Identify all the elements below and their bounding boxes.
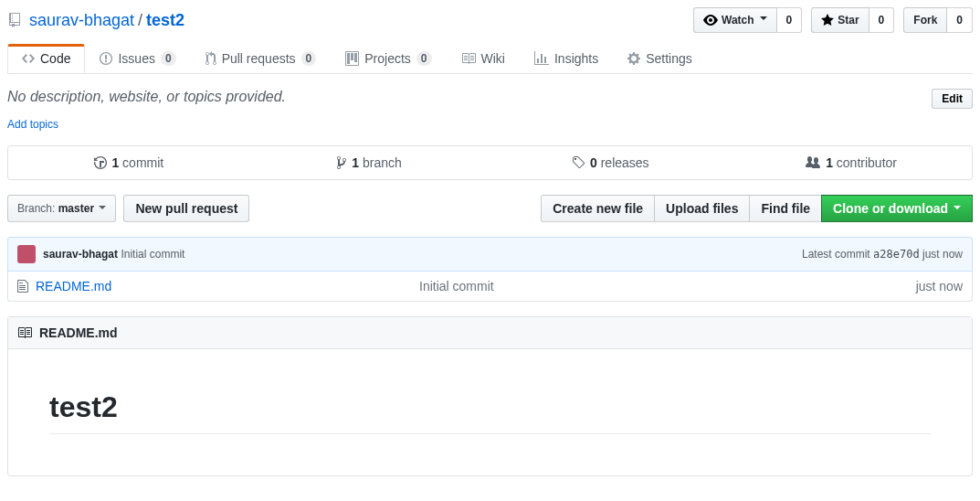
tab-insights[interactable]: Insights (520, 44, 613, 73)
releases-label: releases (597, 155, 649, 170)
branch-select-button[interactable]: Branch: master (7, 195, 116, 222)
watch-label: Watch (722, 11, 754, 29)
branches-stat[interactable]: 1 branch (249, 146, 490, 179)
file-commit-message[interactable]: Initial commit (419, 279, 916, 293)
repo-icon (7, 13, 22, 27)
book-icon (17, 325, 32, 340)
tab-code[interactable]: Code (7, 44, 85, 73)
file-name-link[interactable]: README.md (36, 279, 111, 293)
book-icon (461, 51, 476, 66)
star-count[interactable]: 0 (869, 7, 895, 33)
fork-count[interactable]: 0 (947, 7, 973, 33)
git-branch-icon (337, 155, 346, 170)
fork-button[interactable]: Fork (903, 7, 947, 33)
fork-label: Fork (913, 11, 937, 29)
repo-description: No description, website, or topics provi… (7, 89, 286, 105)
git-pull-request-icon (205, 51, 216, 66)
caret-down-icon (954, 206, 961, 213)
tab-wiki[interactable]: Wiki (447, 44, 520, 73)
clone-label: Clone or download (833, 201, 948, 216)
tab-projects[interactable]: Projects 0 (331, 44, 446, 73)
gear-icon (627, 51, 640, 66)
organization-icon (806, 155, 820, 170)
issue-opened-icon (100, 51, 112, 66)
tab-pulls[interactable]: Pull requests 0 (191, 44, 332, 73)
history-icon (94, 155, 107, 170)
branch-name: master (58, 202, 94, 215)
caret-down-icon (99, 206, 106, 213)
avatar[interactable] (17, 245, 36, 263)
new-pull-request-button[interactable]: New pull request (123, 195, 249, 222)
project-icon (345, 51, 359, 66)
readme-filename: README.md (39, 325, 118, 340)
tab-code-label: Code (40, 51, 70, 66)
file-age: just now (916, 279, 963, 293)
file-row: README.md Initial commit just now (8, 272, 972, 301)
eye-icon (703, 13, 718, 27)
code-icon (22, 51, 35, 66)
repo-link[interactable]: test2 (146, 11, 184, 30)
contributors-num: 1 (826, 155, 833, 170)
tab-wiki-label: Wiki (481, 51, 505, 66)
commit-message[interactable]: Initial commit (121, 248, 184, 261)
tab-pulls-label: Pull requests (222, 51, 296, 66)
path-separator: / (138, 11, 142, 30)
tab-issues-label: Issues (118, 51, 154, 66)
file-icon (17, 279, 28, 293)
commit-author[interactable]: saurav-bhagat (43, 248, 118, 261)
star-button[interactable]: Star (811, 7, 869, 33)
branches-label: branch (359, 155, 402, 170)
clone-download-button[interactable]: Clone or download (821, 195, 973, 222)
edit-description-button[interactable]: Edit (932, 89, 973, 109)
releases-num: 0 (590, 155, 597, 170)
find-file-button[interactable]: Find file (749, 195, 821, 222)
tab-insights-label: Insights (554, 51, 598, 66)
branch-prefix: Branch: (17, 202, 58, 215)
readme-heading: test2 (49, 390, 931, 434)
pulls-counter: 0 (301, 51, 317, 66)
watch-button[interactable]: Watch (693, 7, 777, 33)
owner-link[interactable]: saurav-bhagat (29, 11, 134, 30)
contributors-stat[interactable]: 1 contributor (731, 146, 972, 179)
commit-time: just now (922, 248, 963, 261)
tag-icon (572, 155, 585, 170)
upload-files-button[interactable]: Upload files (654, 195, 749, 222)
watch-count[interactable]: 0 (777, 7, 803, 33)
branches-num: 1 (352, 155, 359, 170)
contributors-label: contributor (833, 155, 897, 170)
caret-down-icon (760, 16, 767, 24)
tab-settings[interactable]: Settings (613, 44, 707, 73)
graph-icon (534, 51, 549, 66)
star-label: Star (838, 11, 859, 29)
commit-sha[interactable]: a28e70d (873, 248, 920, 261)
tab-settings-label: Settings (646, 51, 692, 66)
add-topics-link[interactable]: Add topics (7, 118, 58, 131)
create-new-file-button[interactable]: Create new file (541, 195, 654, 222)
commits-stat[interactable]: 1 commit (8, 146, 249, 179)
projects-counter: 0 (416, 51, 432, 66)
issues-counter: 0 (161, 51, 176, 66)
releases-stat[interactable]: 0 releases (490, 146, 732, 179)
tab-issues[interactable]: Issues 0 (85, 44, 190, 73)
star-icon (821, 13, 834, 27)
latest-commit-label: Latest commit (802, 248, 873, 261)
commits-label: commit (119, 155, 163, 170)
tab-projects-label: Projects (364, 51, 411, 66)
